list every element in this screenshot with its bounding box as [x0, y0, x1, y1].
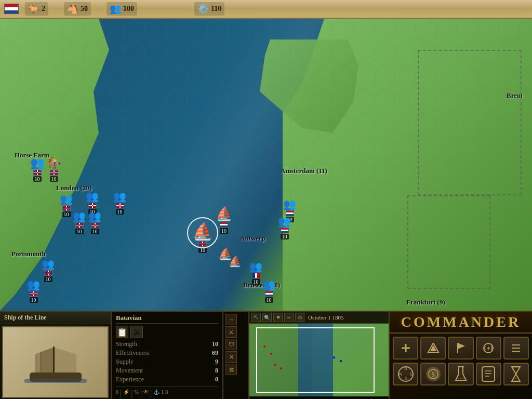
supply-row: Supply 9 — [116, 358, 218, 366]
unit-uk1[interactable]: 👥 10 — [30, 156, 44, 182]
wait-btn[interactable]: ⊠ — [225, 364, 237, 375]
svg-text:W: W — [398, 372, 403, 377]
attack-btn[interactable]: ⚔ — [225, 326, 237, 338]
scroll-btn[interactable] — [476, 363, 501, 385]
nation-flag — [4, 4, 19, 14]
tool-2[interactable]: 🔍 — [262, 313, 272, 322]
unit-info-panel: Ship of the Line — [0, 312, 112, 399]
svg-marker-7 — [42, 348, 53, 373]
move-btn[interactable]: → — [225, 314, 237, 325]
compass-btn[interactable]: N S W E — [393, 363, 418, 385]
minimap-toolbar: ⛏ 🔍 ⚑ ✂ ⚙ October 1 1805 — [249, 312, 389, 324]
unit-ship3[interactable]: ⛵ — [229, 255, 242, 268]
unit-type-title: Ship of the Line — [0, 312, 111, 324]
antwerp-label: Antwerp — [240, 234, 265, 243]
minimap-image[interactable] — [249, 324, 389, 396]
unit-uk7[interactable]: 👥 10 — [42, 258, 55, 282]
mini-dot-6 — [316, 375, 318, 377]
supplies-value: 110 — [211, 5, 221, 13]
unit-brussels[interactable]: 👥 10 — [262, 278, 275, 303]
selected-ship[interactable]: ⛵ 10 — [192, 221, 213, 253]
mini-dot-3 — [333, 356, 335, 358]
cancel-btn[interactable]: ✕ — [225, 351, 237, 363]
supplies-icon: ⚙️ — [197, 3, 209, 15]
svg-text:S: S — [404, 376, 406, 381]
territory-border-2 — [407, 195, 490, 289]
top-resource-bar: 🐎 2 🐴 50 👥 100 ⚙️ 110 — [0, 0, 532, 19]
svg-text:E: E — [410, 372, 413, 377]
coin-btn[interactable]: $ — [420, 363, 446, 385]
unit-uk-horse[interactable]: 🏇 10 — [47, 156, 61, 182]
unit-uk8[interactable]: 👥 10 — [27, 278, 40, 303]
mini-dot-2 — [280, 367, 282, 369]
frankfurt-label: Frankfurt (9) — [406, 298, 445, 307]
infantry-icon: 👥 — [110, 3, 121, 15]
commander-title: Commander — [390, 312, 532, 334]
unit-uk2[interactable]: 👥 10 — [60, 193, 73, 217]
portsmouth-label: Portsmouth — [11, 250, 46, 258]
unit-action-2[interactable]: ⚔ — [130, 326, 143, 338]
minimap-panel: ⛏ 🔍 ⚑ ✂ ⚙ October 1 1805 — [249, 312, 390, 399]
amsterdam-label: Amsterdam (11) — [281, 167, 327, 175]
plus-btn[interactable] — [393, 337, 418, 360]
territory-border-1 — [418, 50, 522, 195]
horses-resource: 🐎 2 — [25, 2, 48, 16]
tool-4[interactable]: ✂ — [284, 313, 294, 322]
unit-portrait — [2, 326, 109, 398]
tool-3[interactable]: ⚑ — [273, 313, 283, 322]
mini-sea — [298, 324, 333, 396]
unit-fr1[interactable]: 👥 10 — [249, 260, 262, 285]
ship-portrait-svg — [24, 336, 87, 388]
unit-nl-ship[interactable]: ⛵ 10 — [216, 206, 232, 234]
tool-5[interactable]: ⚙ — [295, 313, 304, 322]
svg-rect-3 — [53, 347, 55, 373]
unit-nation: Batavian — [116, 314, 218, 324]
svg-rect-8 — [24, 379, 87, 383]
defend-btn[interactable]: 🛡 — [225, 339, 237, 350]
mini-dot-7 — [263, 345, 265, 348]
experience-row: Experience 0 — [116, 376, 218, 383]
action-buttons-col: → ⚔ 🛡 ✕ ⊠ — [223, 312, 249, 399]
game-date: October 1 1805 — [308, 314, 343, 321]
unit-uk4[interactable]: 👥 10 — [113, 190, 126, 215]
commander-panel: Commander ✦ — [390, 312, 532, 399]
map-area[interactable]: Horse Farm London (20) Portsmouth Amster… — [0, 19, 532, 311]
cavalry-icon: 🐴 — [67, 3, 78, 15]
horses-icon: 🐎 — [28, 3, 39, 15]
bottom-panel: Ship of the Line Batavian 📋 ⚔ Strength 1… — [0, 311, 532, 399]
flag-btn[interactable] — [448, 337, 473, 360]
action-btn-group: → ⚔ 🛡 ✕ ⊠ — [225, 314, 246, 375]
tool-1[interactable]: ⛏ — [251, 313, 261, 322]
menu-btn[interactable] — [503, 337, 529, 360]
cavalry-value: 50 — [81, 5, 88, 13]
svg-marker-6 — [55, 348, 76, 373]
commander-bottom-row: N S W E $ — [390, 363, 532, 389]
wreath-btn[interactable]: ✦ — [476, 337, 501, 360]
cavalry-resource: 🐴 50 — [64, 2, 91, 16]
movement-row: Movement 8 — [116, 367, 218, 375]
infantry-value: 100 — [123, 5, 134, 13]
svg-marker-14 — [458, 343, 465, 349]
infantry-resource: 👥 100 — [107, 2, 137, 16]
bremen-label: Brem — [507, 91, 523, 100]
rank-btn[interactable] — [420, 337, 446, 360]
stat-icons-row: 0 | ⚡ | % | 👁 | ⚓ 1 8 — [116, 387, 218, 398]
unit-action-1[interactable]: 📋 — [116, 326, 128, 338]
supplies-resource: ⚙️ 110 — [194, 2, 224, 16]
strength-row: Strength 10 — [116, 340, 218, 348]
svg-text:N: N — [404, 366, 407, 371]
hourglass-btn[interactable] — [503, 363, 529, 385]
flask-btn[interactable] — [448, 363, 473, 385]
unit-stats-panel: Batavian 📋 ⚔ Strength 10 Effectiveness 6… — [112, 312, 223, 399]
unit-uk5[interactable]: 👥 10 — [73, 210, 86, 234]
effectiveness-row: Effectiveness 69 — [116, 349, 218, 357]
unit-nl2[interactable]: 👥 10 — [278, 215, 291, 240]
commander-buttons-grid: ✦ — [390, 334, 532, 363]
svg-text:$: $ — [432, 371, 435, 378]
unit-uk6[interactable]: 👥 10 — [88, 210, 101, 234]
svg-text:✦: ✦ — [486, 345, 490, 351]
horses-value: 2 — [42, 5, 45, 13]
